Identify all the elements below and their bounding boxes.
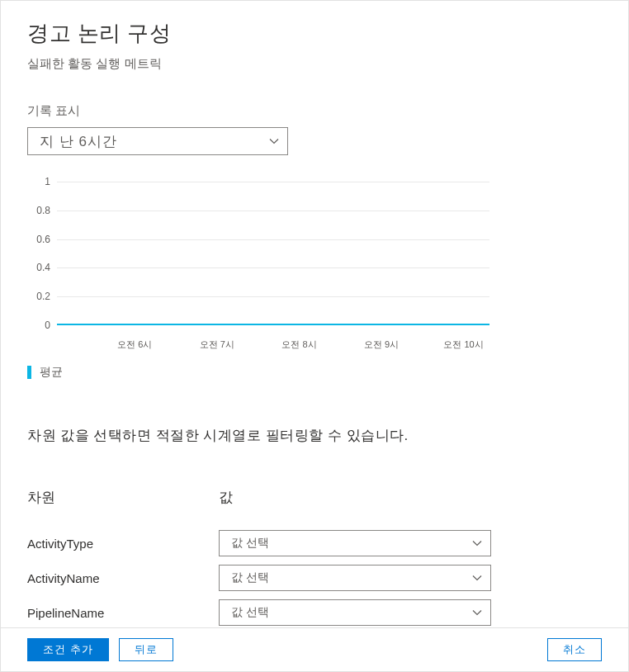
- x-tick: 오전 9시: [364, 338, 399, 351]
- back-button[interactable]: 뒤로: [119, 638, 173, 661]
- dimension-value-dropdown[interactable]: 값 선택: [219, 530, 491, 556]
- dimension-value-placeholder: 값 선택: [231, 536, 269, 551]
- history-dropdown-value: 지 난 6시간: [40, 132, 117, 151]
- x-tick: 오전 8시: [281, 338, 316, 351]
- y-tick: 0: [27, 319, 50, 331]
- page-title: 경고 논리 구성: [27, 19, 602, 48]
- grid-line: [57, 267, 489, 268]
- dimensions-header-name: 차원: [27, 488, 219, 507]
- dimension-value-dropdown[interactable]: 값 선택: [219, 599, 491, 626]
- alert-logic-panel: 경고 논리 구성 실패한 활동 실행 메트릭 기록 표시 지 난 6시간 1 0…: [0, 0, 629, 672]
- metric-subtitle: 실패한 활동 실행 메트릭: [27, 56, 602, 72]
- chevron-down-icon: [269, 138, 279, 144]
- x-tick: 오전 10시: [443, 338, 483, 351]
- grid-line: [57, 182, 489, 182]
- series-line-average: [57, 324, 489, 325]
- chevron-down-icon: [472, 609, 482, 616]
- chevron-down-icon: [472, 575, 482, 581]
- dimension-name: ActivityType: [27, 537, 219, 551]
- panel-footer: 조건 추가 뒤로 취소: [1, 627, 628, 671]
- legend-label: 평균: [40, 365, 63, 380]
- chart-plot-area: 1 0.8 0.6 0.4 0.2 0: [27, 177, 489, 334]
- history-dropdown[interactable]: 지 난 6시간: [27, 127, 288, 155]
- y-tick: 0.4: [27, 262, 50, 273]
- dimension-value-placeholder: 값 선택: [231, 605, 269, 620]
- dimensions-table: 차원 값 ActivityType 값 선택 ActivityName 값 선택: [27, 488, 602, 626]
- dimension-row: PipelineName 값 선택: [27, 599, 602, 626]
- chart-legend: 평균: [27, 365, 602, 380]
- grid-line: [57, 239, 489, 240]
- add-condition-button[interactable]: 조건 추가: [27, 638, 109, 661]
- dimension-name: ActivityName: [27, 571, 219, 585]
- legend-swatch: [27, 366, 31, 379]
- x-axis: 오전 6시 오전 7시 오전 8시 오전 9시 오전 10시: [57, 338, 489, 355]
- y-tick: 1: [27, 176, 50, 187]
- grid-line: [57, 211, 489, 211]
- dimensions-header: 차원 값: [27, 488, 602, 507]
- x-tick: 오전 6시: [117, 338, 152, 351]
- dimension-row: ActivityName 값 선택: [27, 565, 602, 591]
- y-tick: 0.2: [27, 291, 50, 302]
- grid-line: [57, 296, 489, 297]
- panel-content: 경고 논리 구성 실패한 활동 실행 메트릭 기록 표시 지 난 6시간 1 0…: [1, 1, 628, 627]
- y-tick: 0.6: [27, 234, 50, 245]
- y-tick: 0.8: [27, 205, 50, 216]
- dimension-name: PipelineName: [27, 606, 219, 620]
- dimension-row: ActivityType 값 선택: [27, 530, 602, 556]
- dimension-value-placeholder: 값 선택: [231, 570, 269, 585]
- history-label: 기록 표시: [27, 103, 602, 119]
- dimension-help-text: 차원 값을 선택하면 적절한 시계열로 필터링할 수 있습니다.: [27, 426, 602, 445]
- x-tick: 오전 7시: [200, 338, 234, 351]
- metric-chart: 1 0.8 0.6 0.4 0.2 0 오전 6시 오전 7시 오전 8시 오전…: [27, 177, 602, 380]
- dimension-value-dropdown[interactable]: 값 선택: [219, 565, 491, 591]
- chevron-down-icon: [472, 540, 482, 547]
- cancel-button[interactable]: 취소: [547, 638, 602, 661]
- dimensions-header-value: 값: [219, 488, 233, 507]
